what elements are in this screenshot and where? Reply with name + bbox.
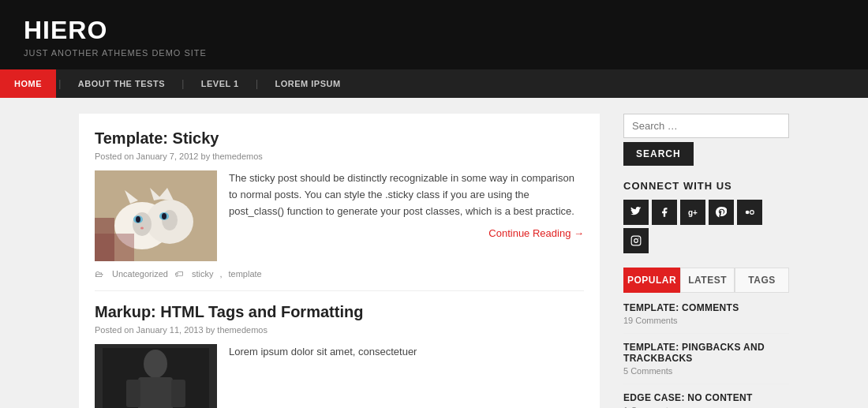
nav-item-about[interactable]: ABOUT THE TESTS (64, 69, 179, 98)
search-button[interactable]: SEARCH (623, 142, 694, 166)
category-icon (95, 269, 106, 279)
popular-post-2-meta: 5 Comments (623, 366, 789, 376)
svg-rect-21 (171, 380, 185, 407)
tab-popular[interactable]: POPULAR (623, 268, 680, 293)
svg-point-23 (750, 211, 754, 215)
post-1-thumbnail (95, 170, 217, 261)
nav-item-home[interactable]: HOME (0, 69, 56, 98)
svg-point-4 (133, 212, 152, 236)
tab-latest[interactable]: LATEST (680, 268, 735, 293)
post-1-body: The sticky post should be distinctly rec… (95, 170, 584, 261)
post-1-continue[interactable]: Continue Reading → (229, 226, 584, 242)
instagram-icon[interactable] (623, 228, 649, 253)
post-1-excerpt: The sticky post should be distinctly rec… (229, 170, 584, 261)
svg-point-12 (162, 213, 166, 219)
post-1-footer: Uncategorized sticky, template (95, 269, 584, 279)
popular-post-1-meta: 19 Comments (623, 316, 789, 325)
svg-point-13 (140, 227, 144, 230)
post-2-thumbnail (95, 344, 217, 408)
popular-post-3: EDGE CASE: NO CONTENT 1 Comment (623, 384, 789, 408)
google-plus-icon[interactable]: g+ (680, 200, 705, 225)
site-header: HIERO JUST ANOTHER ATHEMES DEMO SITE (0, 0, 868, 69)
svg-point-22 (746, 211, 750, 215)
facebook-icon[interactable] (652, 200, 677, 225)
post-2: Markup: HTML Tags and Formatting Posted … (95, 303, 584, 408)
site-tagline: JUST ANOTHER ATHEMES DEMO SITE (24, 48, 844, 58)
twitter-icon[interactable] (623, 200, 649, 225)
content-area: Template: Sticky Posted on January 7, 20… (79, 114, 600, 408)
svg-point-18 (144, 350, 167, 378)
post-2-excerpt: Lorem ipsum dolor sit amet, consectetuer (229, 344, 584, 408)
nav-item-lorem[interactable]: LOREM IPSUM (261, 69, 355, 98)
tab-content-popular: TEMPLATE: COMMENTS 19 Comments TEMPLATE:… (623, 294, 789, 408)
popular-post-3-title[interactable]: EDGE CASE: NO CONTENT (623, 392, 789, 403)
post-2-body: Lorem ipsum dolor sit amet, consectetuer (95, 344, 584, 408)
post-1-tag-sticky[interactable]: sticky (192, 269, 214, 279)
post-1-tag-template[interactable]: template (229, 269, 262, 279)
post-1-title[interactable]: Template: Sticky (95, 129, 584, 148)
svg-point-26 (638, 238, 639, 238)
search-input[interactable] (623, 114, 789, 138)
post-1-meta: Posted on January 7, 2012 by themedemos (95, 152, 584, 161)
flickr-icon[interactable] (737, 200, 762, 225)
nav-item-level1[interactable]: LEVEL 1 (187, 69, 253, 98)
connect-title: CONNECT WITH US (623, 180, 789, 192)
popular-post-2-title[interactable]: TEMPLATE: PINGBACKS AND TRACKBACKS (623, 342, 789, 364)
tab-tags[interactable]: TAGS (735, 268, 789, 293)
nav-sep-1: | (56, 69, 64, 98)
popular-post-2: TEMPLATE: PINGBACKS AND TRACKBACKS 5 Com… (623, 334, 789, 384)
nav-sep-2: | (179, 69, 187, 98)
post-2-meta: Posted on January 11, 2013 by themedemos (95, 325, 584, 335)
popular-post-1-title[interactable]: TEMPLATE: COMMENTS (623, 302, 789, 313)
svg-rect-20 (126, 380, 140, 407)
pinterest-icon[interactable] (709, 200, 734, 225)
sidebar-search: SEARCH (623, 114, 789, 166)
main-nav: HOME | ABOUT THE TESTS | LEVEL 1 | LOREM… (0, 69, 868, 98)
post-1-category[interactable]: Uncategorized (112, 269, 168, 279)
svg-rect-19 (138, 377, 173, 408)
sidebar-tabs: POPULAR LATEST TAGS (623, 268, 789, 293)
tags-icon (174, 269, 185, 279)
sidebar: SEARCH CONNECT WITH US g+ (623, 114, 789, 408)
post-1: Template: Sticky Posted on January 7, 20… (95, 129, 584, 291)
post-2-title[interactable]: Markup: HTML Tags and Formatting (95, 303, 584, 321)
popular-post-1: TEMPLATE: COMMENTS 19 Comments (623, 294, 789, 334)
svg-rect-24 (631, 236, 641, 245)
svg-rect-15 (95, 218, 114, 261)
main-layout: Template: Sticky Posted on January 7, 20… (79, 98, 789, 408)
site-title: HIERO (24, 16, 844, 45)
svg-point-25 (634, 239, 638, 243)
social-icons-group: g+ (623, 200, 789, 253)
nav-sep-3: | (253, 69, 261, 98)
svg-point-10 (136, 216, 140, 223)
